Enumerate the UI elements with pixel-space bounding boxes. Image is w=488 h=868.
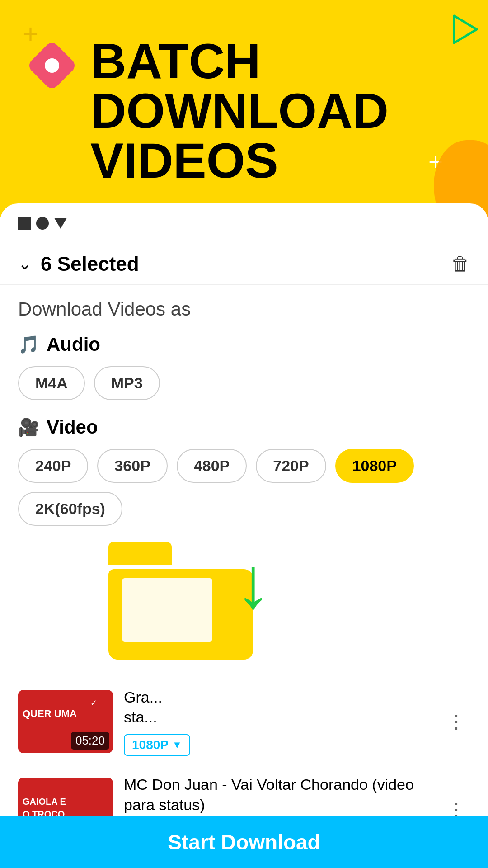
more-options-btn-1[interactable]: ⋮ xyxy=(443,707,470,736)
video-duration-1: 05:20 xyxy=(71,732,109,750)
hero-title-text: BATCH DOWNLOAD VIDEOS xyxy=(90,36,389,185)
quality-label-1: 1080P xyxy=(132,738,169,752)
play-icon-top-right xyxy=(452,14,479,45)
selected-count-row[interactable]: ⌄ 6 Selected xyxy=(18,253,139,275)
video-label: Video xyxy=(47,416,98,438)
format-btn-720p[interactable]: 720P xyxy=(256,449,326,483)
format-btn-240p[interactable]: 240P xyxy=(18,449,88,483)
format-btn-m4a[interactable]: M4A xyxy=(18,366,85,400)
quality-badge-1[interactable]: 1080P ▼ xyxy=(124,734,190,756)
video-section-header: 🎥 Video xyxy=(18,416,470,438)
format-btn-360p[interactable]: 360P xyxy=(97,449,167,483)
hero-title: BATCH DOWNLOAD VIDEOS xyxy=(90,36,389,185)
audio-label: Audio xyxy=(47,334,100,355)
audio-format-buttons: M4A MP3 xyxy=(18,366,470,400)
hero-section: + BATCH DOWNLOAD VIDEOS + xyxy=(0,0,488,203)
start-download-bar[interactable]: Start Download xyxy=(0,816,488,868)
video-icon: 🎥 xyxy=(18,417,39,437)
video-format-buttons: 240P 360P 480P 720P 1080P 2K(60fps) xyxy=(18,449,470,526)
start-download-button[interactable]: Start Download xyxy=(168,830,320,854)
chevron-down-icon[interactable]: ⌄ xyxy=(18,255,32,274)
svg-marker-0 xyxy=(454,16,477,43)
selected-count-label: 6 Selected xyxy=(41,253,139,275)
download-videos-as-title: Download Videos as xyxy=(18,298,470,320)
format-btn-mp3[interactable]: MP3 xyxy=(94,366,160,400)
card-panel: ⌄ 6 Selected 🗑 Download Videos as 🎵 Audi… xyxy=(0,203,488,868)
format-btn-2k60fps[interactable]: 2K(60fps) xyxy=(18,492,122,526)
svg-point-2 xyxy=(45,58,59,73)
video-item-1: QUER UMA ✓ 05:20 Gra...sta... 1080P ▼ ⋮ xyxy=(0,678,488,765)
download-arrow-icon: ↓ xyxy=(235,547,271,619)
folder-body xyxy=(108,569,253,660)
svg-text:GAIOLA E: GAIOLA E xyxy=(23,797,66,807)
selected-row: ⌄ 6 Selected 🗑 xyxy=(0,239,488,285)
folder-download-overlay: ↓ xyxy=(108,542,262,660)
video-info-1: Gra...sta... 1080P ▼ xyxy=(124,687,432,756)
plus-decoration-top-left: + xyxy=(23,18,38,49)
video-title-2: MC Don Juan - Vai Voltar Chorando (video… xyxy=(124,774,432,814)
svg-text:✓: ✓ xyxy=(90,698,97,708)
svg-text:QUER UMA: QUER UMA xyxy=(23,708,77,719)
audio-icon: 🎵 xyxy=(18,335,39,354)
audio-section-header: 🎵 Audio xyxy=(18,334,470,355)
quality-dropdown-arrow-1: ▼ xyxy=(172,739,182,751)
hero-content: BATCH DOWNLOAD VIDEOS xyxy=(27,36,470,185)
download-section: Download Videos as 🎵 Audio M4A MP3 🎥 Vid… xyxy=(0,285,488,678)
format-btn-480p[interactable]: 480P xyxy=(177,449,247,483)
delete-button[interactable]: 🗑 xyxy=(451,253,470,275)
folder-tab xyxy=(108,542,172,565)
video-title-1: Gra...sta... xyxy=(124,687,432,727)
status-bar-icons xyxy=(18,217,67,230)
status-square-icon xyxy=(18,217,31,230)
status-triangle-icon xyxy=(54,218,67,229)
card-header xyxy=(0,203,488,239)
format-btn-1080p[interactable]: 1080P xyxy=(335,449,414,483)
status-circle-icon xyxy=(36,217,49,230)
video-thumbnail-1: QUER UMA ✓ 05:20 xyxy=(18,690,113,753)
folder-paper xyxy=(122,578,212,642)
